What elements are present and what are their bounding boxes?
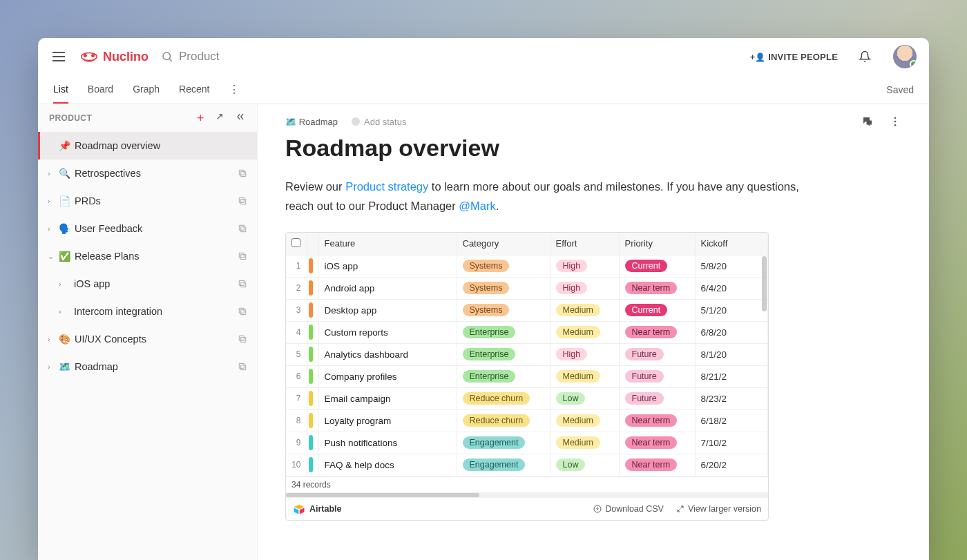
table-vscroll[interactable] bbox=[762, 256, 767, 311]
strategy-link[interactable]: Product strategy bbox=[345, 180, 428, 193]
collapse-icon[interactable] bbox=[235, 111, 246, 122]
table-row[interactable]: 9 Push notifications Engagement Medium N… bbox=[286, 432, 768, 454]
sidebar-item-label: iOS app bbox=[74, 278, 110, 289]
chevron-icon: › bbox=[48, 197, 56, 205]
duplicate-icon[interactable] bbox=[238, 251, 247, 261]
notifications-icon[interactable] bbox=[859, 50, 871, 63]
tab-list[interactable]: List bbox=[53, 75, 68, 104]
duplicate-icon[interactable] bbox=[238, 279, 247, 289]
duplicate-icon[interactable] bbox=[238, 168, 247, 178]
svg-rect-8 bbox=[241, 172, 246, 177]
table-row[interactable]: 1 iOS app Systems High Current 5/8/20 bbox=[286, 255, 768, 277]
status-circle-icon bbox=[352, 117, 360, 126]
table-row[interactable]: 6 Company profiles Enterprise Medium Fut… bbox=[286, 365, 768, 387]
sidebar-item-release-plans[interactable]: ⌄✅Release Plans bbox=[38, 242, 257, 270]
duplicate-icon[interactable] bbox=[238, 224, 247, 233]
svg-rect-13 bbox=[239, 225, 244, 230]
sidebar-item-label: User Feedback bbox=[75, 223, 142, 234]
table-row[interactable]: 7 Email campaign Reduce churn Low Future… bbox=[286, 387, 768, 409]
select-all-checkbox[interactable] bbox=[286, 233, 307, 255]
tab-board[interactable]: Board bbox=[88, 75, 113, 104]
table-row[interactable]: 2 Android app Systems High Near term 6/4… bbox=[286, 277, 768, 299]
airtable-logo[interactable]: Airtable bbox=[293, 503, 342, 514]
sidebar-item-roadmap[interactable]: ›🗺️Roadmap bbox=[38, 353, 257, 380]
table-row[interactable]: 10 FAQ & help docs Engagement Low Near t… bbox=[286, 454, 768, 476]
tab-recent[interactable]: Recent bbox=[179, 75, 209, 104]
col-category[interactable]: Category bbox=[457, 233, 550, 255]
chevron-icon: ⌄ bbox=[48, 252, 56, 261]
sidebar-item-label: Roadmap overview bbox=[75, 140, 160, 151]
cell-feature: Email campaign bbox=[318, 387, 457, 409]
tab-graph[interactable]: Graph bbox=[133, 75, 160, 104]
duplicate-icon[interactable] bbox=[238, 362, 247, 371]
svg-point-6 bbox=[163, 52, 171, 60]
table-row[interactable]: 5 Analytics dashboard Enterprise High Fu… bbox=[286, 343, 768, 365]
svg-rect-21 bbox=[239, 336, 244, 340]
table-row[interactable]: 4 Custom reports Enterprise Medium Near … bbox=[286, 321, 768, 343]
menu-icon[interactable] bbox=[50, 48, 67, 65]
sidebar-item-intercom-integration[interactable]: ›Intercom integration bbox=[38, 298, 257, 325]
sidebar-header: PRODUCT + bbox=[38, 104, 257, 132]
sidebar-item-retrospectives[interactable]: ›🔍Retrospectives bbox=[38, 160, 257, 187]
tabs-more-icon[interactable]: ⋮ bbox=[229, 83, 240, 96]
sidebar-item-ui-ux-concepts[interactable]: ›🎨UI/UX Concepts bbox=[38, 325, 257, 353]
cell-effort: High bbox=[550, 255, 619, 277]
cell-priority: Future bbox=[619, 387, 695, 409]
col-priority[interactable]: Priority bbox=[619, 233, 695, 255]
search-input[interactable]: Product bbox=[161, 50, 738, 64]
brand-logo[interactable]: Nuclino bbox=[79, 50, 149, 64]
page-tree: 📌Roadmap overview›🔍Retrospectives›📄PRDs›… bbox=[38, 132, 257, 560]
cell-feature: Custom reports bbox=[318, 321, 457, 343]
sidebar-item-prds[interactable]: ›📄PRDs bbox=[38, 187, 257, 215]
add-status-button[interactable]: Add status bbox=[352, 117, 406, 127]
search-placeholder: Product bbox=[179, 50, 220, 64]
cell-effort: High bbox=[550, 343, 619, 365]
cell-kickoff: 7/10/2 bbox=[695, 432, 768, 454]
table-hscroll[interactable] bbox=[286, 492, 768, 498]
sidebar-item-label: UI/UX Concepts bbox=[75, 334, 146, 345]
duplicate-icon[interactable] bbox=[238, 196, 247, 206]
chevron-icon: › bbox=[48, 363, 56, 371]
duplicate-icon[interactable] bbox=[238, 334, 247, 344]
cell-feature: Analytics dashboard bbox=[318, 343, 457, 365]
cell-kickoff: 8/21/2 bbox=[695, 365, 768, 387]
invite-button[interactable]: +👤 INVITE PEOPLE bbox=[750, 52, 838, 62]
cell-priority: Near term bbox=[619, 321, 695, 343]
breadcrumb[interactable]: 🗺️ Roadmap bbox=[285, 117, 338, 127]
expand-icon[interactable] bbox=[214, 111, 225, 122]
sidebar-item-ios-app[interactable]: ›iOS app bbox=[38, 270, 257, 298]
doc-more-icon[interactable] bbox=[889, 115, 901, 128]
cell-effort: Medium bbox=[550, 432, 619, 454]
cell-effort: Medium bbox=[550, 409, 619, 432]
sidebar-item-label: PRDs bbox=[75, 195, 101, 206]
download-csv-button[interactable]: Download CSV bbox=[593, 504, 664, 514]
svg-rect-9 bbox=[239, 170, 244, 175]
cell-category: Reduce churn bbox=[457, 387, 550, 409]
cell-category: Reduce churn bbox=[457, 409, 550, 432]
cell-feature: Push notifications bbox=[318, 432, 457, 454]
cell-feature: Android app bbox=[318, 277, 457, 299]
table-row[interactable]: 8 Loyalty program Reduce churn Medium Ne… bbox=[286, 409, 768, 432]
comments-icon[interactable] bbox=[861, 115, 874, 128]
cell-priority: Current bbox=[619, 299, 695, 321]
sidebar-item-user-feedback[interactable]: ›🗣️User Feedback bbox=[38, 215, 257, 242]
cell-kickoff: 5/1/20 bbox=[695, 299, 768, 321]
col-kickoff[interactable]: Kickoff bbox=[695, 233, 768, 255]
cell-category: Systems bbox=[457, 277, 550, 299]
table-row[interactable]: 3 Desktop app Systems Medium Current 5/1… bbox=[286, 299, 768, 321]
brand-name: Nuclino bbox=[103, 50, 149, 64]
mention-mark[interactable]: @Mark bbox=[459, 200, 495, 212]
avatar[interactable] bbox=[893, 45, 917, 68]
cell-priority: Near term bbox=[619, 454, 695, 476]
col-feature[interactable]: Feature bbox=[318, 233, 457, 255]
duplicate-icon[interactable] bbox=[238, 307, 247, 316]
view-larger-button[interactable]: View larger version bbox=[676, 504, 761, 514]
col-effort[interactable]: Effort bbox=[550, 233, 619, 255]
sidebar-item-roadmap-overview[interactable]: 📌Roadmap overview bbox=[38, 132, 257, 160]
cell-category: Engagement bbox=[457, 454, 550, 476]
cell-effort: Medium bbox=[550, 365, 619, 387]
svg-rect-23 bbox=[239, 363, 244, 368]
add-page-button[interactable]: + bbox=[197, 111, 204, 126]
svg-line-7 bbox=[169, 59, 171, 61]
svg-point-24 bbox=[894, 117, 897, 119]
